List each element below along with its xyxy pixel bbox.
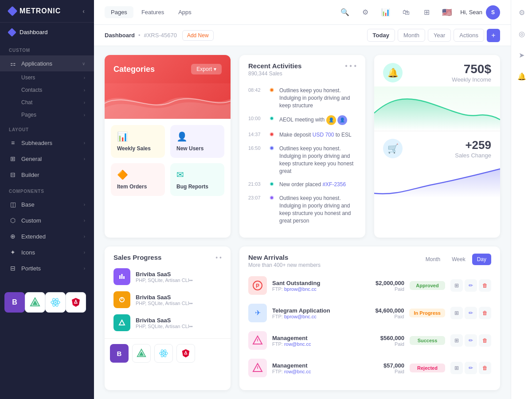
arr-name-0: Sant Outstanding FTP: bprow@bnc.cc	[272, 280, 355, 292]
cat-item-weekly-sales[interactable]: 📊 Weekly Sales	[111, 125, 165, 158]
sidebar-item-subheaders[interactable]: ≡ Subheaders ›	[0, 135, 94, 151]
network-icon[interactable]: ⚙	[358, 5, 372, 20]
weekly-sales-label: Weekly Sales	[117, 145, 151, 152]
tab-day[interactable]: Day	[472, 254, 491, 265]
sidebar-item-icons[interactable]: ✦ Icons ›	[0, 244, 94, 260]
sidebar-item-builder[interactable]: ⊟ Builder	[0, 167, 94, 183]
arrivals-header: New Arrivals More than 400+ new members …	[239, 246, 500, 272]
sales-info-2: Briviba SaaS PHP, SQLite, Artisan CLI••	[136, 317, 222, 329]
tab-apps[interactable]: Apps	[172, 6, 198, 18]
dot-1437	[270, 132, 274, 137]
arr-paid-3: Paid	[360, 369, 404, 374]
tab-week[interactable]: Week	[447, 254, 470, 265]
base-label: Base	[21, 201, 35, 208]
sidebar-item-custom-comp[interactable]: ⬡ Custom ›	[0, 212, 94, 228]
search-icon[interactable]: 🔍	[338, 5, 352, 20]
fw-vue[interactable]	[132, 344, 151, 363]
arr-delete-3[interactable]: 🗑	[479, 362, 491, 374]
tab-pages[interactable]: Pages	[105, 6, 133, 18]
frameworks-row: B	[0, 287, 94, 318]
sidebar-item-dashboard[interactable]: Dashboard	[0, 23, 94, 42]
rp-notification-icon[interactable]: 🔔	[515, 69, 529, 83]
fw-react[interactable]	[154, 344, 173, 363]
year-button[interactable]: Year	[428, 29, 451, 42]
export-label: Export	[196, 66, 212, 72]
arr-ftp-value-1: bprow@bnc.cc	[284, 314, 317, 319]
sidebar-item-portlets[interactable]: ⊟ Portlets ›	[0, 260, 94, 276]
rp-gear-icon[interactable]: ◎	[515, 27, 529, 41]
item-orders-icon: 🔶	[117, 169, 128, 180]
today-button[interactable]: Today	[367, 29, 395, 42]
user-info[interactable]: Hi, Sean S	[460, 5, 500, 20]
extended-left: ⊕ Extended	[9, 232, 46, 240]
item-orders-label: Item Orders	[117, 184, 147, 190]
sidebar-item-applications[interactable]: ⚏ Applications ∨	[0, 55, 94, 71]
extended-icon: ⊕	[9, 232, 17, 240]
categories-header: Categories Export ▾	[105, 55, 231, 83]
cat-item-new-users[interactable]: 👤 New Users	[170, 125, 224, 158]
arr-copy-2[interactable]: ⊞	[450, 334, 463, 347]
cat-item-bug-reports[interactable]: ✉ Bug Reports	[170, 163, 224, 196]
month-button[interactable]: Month	[398, 29, 425, 42]
bug-reports-label: Bug Reports	[176, 184, 208, 190]
svg-point-5	[55, 301, 56, 303]
income-chart	[374, 86, 500, 131]
sidebar-item-base[interactable]: ◫ Base ›	[0, 196, 94, 212]
sidebar-item-chat[interactable]: Chat ›	[0, 96, 94, 109]
subheader-right: Today Month Year Actions +	[367, 29, 500, 42]
breadcrumb-id: #XRS-45670	[144, 32, 176, 39]
sidebar-item-users[interactable]: Users ›	[0, 71, 94, 84]
weekly-income-label: Weekly Income	[452, 76, 491, 83]
subheaders-label: Subheaders	[21, 140, 52, 146]
custom-section-label: CUSTOM	[0, 42, 94, 55]
arr-amount-0: $2,000,000 Paid	[360, 280, 404, 292]
sidebar-collapse-icon[interactable]: ‹	[82, 8, 85, 15]
arr-edit-2[interactable]: ✏	[465, 334, 477, 347]
arr-edit-0[interactable]: ✏	[465, 279, 477, 292]
react-icon[interactable]	[45, 292, 66, 313]
arr-edit-1[interactable]: ✏	[465, 307, 477, 319]
flag-icon[interactable]: 🇺🇸	[440, 5, 454, 20]
svg-rect-10	[121, 274, 123, 279]
angular-icon[interactable]	[66, 292, 86, 313]
export-button[interactable]: Export ▾	[191, 64, 222, 74]
arr-delete-1[interactable]: 🗑	[479, 307, 491, 319]
tab-month[interactable]: Month	[421, 254, 445, 265]
svg-marker-21	[182, 349, 190, 357]
add-new-button[interactable]: Add New	[182, 30, 214, 41]
plus-button[interactable]: +	[487, 29, 500, 42]
arr-delete-2[interactable]: 🗑	[479, 334, 491, 347]
activities-menu-icon[interactable]: • • •	[345, 62, 356, 70]
chart-icon[interactable]: 📊	[379, 5, 393, 20]
fw-bootstrap[interactable]: B	[110, 344, 129, 363]
sidebar-item-general[interactable]: ⊞ General ›	[0, 151, 94, 167]
rp-settings-icon[interactable]: ⚙	[515, 5, 529, 20]
tab-features[interactable]: Features	[135, 6, 170, 18]
arr-edit-3[interactable]: ✏	[465, 362, 477, 374]
arr-copy-3[interactable]: ⊞	[450, 362, 463, 374]
right-panel: ⚙ ◎ ➤ 🔔	[511, 0, 532, 399]
arr-copy-0[interactable]: ⊞	[450, 279, 463, 292]
shopping-icon[interactable]: 🛍	[399, 5, 413, 20]
users-chevron-icon: ›	[84, 75, 85, 80]
arr-delete-0[interactable]: 🗑	[479, 279, 491, 292]
sidebar-item-contacts[interactable]: Contacts ›	[0, 84, 94, 96]
grid-icon[interactable]: ⊞	[419, 5, 434, 20]
bootstrap-icon[interactable]: B	[4, 292, 25, 313]
subheader: Dashboard • #XRS-45670 Add New Today Mon…	[94, 25, 511, 46]
arr-ftp-2: FTP: row@bnc.cc	[272, 341, 355, 347]
fw-angular[interactable]	[176, 344, 195, 363]
cat-item-item-orders[interactable]: 🔶 Item Orders	[111, 163, 165, 196]
sidebar-item-pages[interactable]: Pages ›	[0, 109, 94, 121]
sidebar-item-extended[interactable]: ⊕ Extended ›	[0, 228, 94, 244]
arr-name-3: Management FTP: row@bnc.cc	[272, 362, 355, 374]
vue-icon[interactable]	[25, 292, 45, 313]
rp-send-icon[interactable]: ➤	[515, 48, 529, 62]
arr-ftp-value-0: bprow@bnc.cc	[284, 286, 317, 292]
arr-copy-1[interactable]: ⊞	[450, 307, 463, 319]
sales-menu-icon[interactable]: • •	[215, 254, 222, 261]
timeline-item-2103: 21:03 New order placed #XF-2356	[248, 178, 356, 192]
custom-comp-label: Custom	[21, 217, 41, 224]
timeline-item-2307: 23:07 Outlines keep you honest. Indulgin…	[248, 192, 356, 227]
actions-button[interactable]: Actions	[454, 29, 484, 42]
